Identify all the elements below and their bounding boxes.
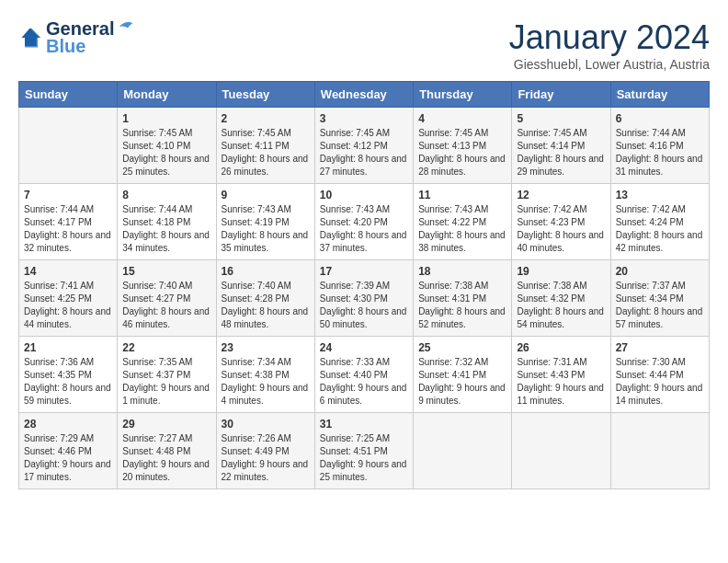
calendar-cell: 24Sunrise: 7:33 AMSunset: 4:40 PMDayligh…: [314, 337, 413, 413]
day-info: Sunrise: 7:40 AMSunset: 4:28 PMDaylight:…: [222, 280, 310, 331]
day-info: Sunrise: 7:43 AMSunset: 4:20 PMDaylight:…: [320, 203, 408, 255]
title-block: January 2024 Giesshuebl, Lower Austria, …: [509, 18, 710, 72]
day-info: Sunrise: 7:35 AMSunset: 4:37 PMDaylight:…: [122, 356, 210, 408]
day-number: 21: [24, 341, 112, 354]
calendar-cell: 15Sunrise: 7:40 AMSunset: 4:27 PMDayligh…: [118, 260, 216, 337]
calendar-cell: 9Sunrise: 7:43 AMSunset: 4:19 PMDaylight…: [216, 184, 314, 260]
logo-bird-icon: [116, 18, 136, 35]
day-info: Sunrise: 7:40 AMSunset: 4:27 PMDaylight:…: [122, 280, 210, 331]
day-number: 12: [517, 189, 605, 201]
day-number: 25: [418, 341, 506, 354]
day-info: Sunrise: 7:44 AMSunset: 4:18 PMDaylight:…: [122, 203, 210, 255]
day-info: Sunrise: 7:34 AMSunset: 4:38 PMDaylight:…: [222, 356, 310, 408]
calendar-cell: 23Sunrise: 7:34 AMSunset: 4:38 PMDayligh…: [216, 337, 314, 413]
day-number: 13: [616, 189, 704, 201]
calendar-cell: 28Sunrise: 7:29 AMSunset: 4:46 PMDayligh…: [19, 413, 118, 489]
day-number: 15: [122, 265, 210, 278]
calendar-cell: 7Sunrise: 7:44 AMSunset: 4:17 PMDaylight…: [19, 184, 118, 260]
day-number: 24: [320, 341, 408, 354]
calendar-table: SundayMondayTuesdayWednesdayThursdayFrid…: [18, 81, 710, 489]
calendar-cell: 14Sunrise: 7:41 AMSunset: 4:25 PMDayligh…: [19, 260, 118, 337]
day-number: 3: [320, 112, 408, 125]
day-number: 8: [122, 189, 210, 201]
logo: General Blue: [18, 18, 136, 57]
day-number: 5: [517, 112, 605, 125]
calendar-cell: 5Sunrise: 7:45 AMSunset: 4:14 PMDaylight…: [512, 108, 610, 184]
calendar-week-row: 21Sunrise: 7:36 AMSunset: 4:35 PMDayligh…: [19, 337, 710, 413]
day-number: 7: [24, 189, 112, 201]
calendar-week-row: 1Sunrise: 7:45 AMSunset: 4:10 PMDaylight…: [19, 108, 710, 184]
calendar-cell: 19Sunrise: 7:38 AMSunset: 4:32 PMDayligh…: [512, 260, 610, 337]
day-info: Sunrise: 7:27 AMSunset: 4:48 PMDaylight:…: [122, 432, 210, 484]
calendar-cell: 3Sunrise: 7:45 AMSunset: 4:12 PMDaylight…: [314, 108, 413, 184]
day-info: Sunrise: 7:26 AMSunset: 4:49 PMDaylight:…: [222, 432, 310, 484]
weekday-header-sunday: Sunday: [19, 82, 118, 108]
day-info: Sunrise: 7:33 AMSunset: 4:40 PMDaylight:…: [320, 356, 408, 408]
day-number: 11: [418, 189, 506, 201]
day-info: Sunrise: 7:36 AMSunset: 4:35 PMDaylight:…: [24, 356, 112, 408]
calendar-cell: 20Sunrise: 7:37 AMSunset: 4:34 PMDayligh…: [610, 260, 709, 337]
day-info: Sunrise: 7:45 AMSunset: 4:13 PMDaylight:…: [418, 127, 506, 178]
day-info: Sunrise: 7:38 AMSunset: 4:31 PMDaylight:…: [418, 280, 506, 331]
calendar-week-row: 14Sunrise: 7:41 AMSunset: 4:25 PMDayligh…: [19, 260, 710, 337]
day-number: 6: [616, 112, 704, 125]
day-info: Sunrise: 7:37 AMSunset: 4:34 PMDaylight:…: [616, 280, 704, 331]
day-number: 31: [320, 418, 408, 431]
day-number: 17: [320, 265, 408, 278]
day-number: 16: [222, 265, 310, 278]
calendar-cell: 6Sunrise: 7:44 AMSunset: 4:16 PMDaylight…: [610, 108, 709, 184]
day-info: Sunrise: 7:43 AMSunset: 4:22 PMDaylight:…: [418, 203, 506, 255]
day-number: 28: [24, 418, 112, 431]
calendar-cell: 26Sunrise: 7:31 AMSunset: 4:43 PMDayligh…: [512, 337, 610, 413]
day-number: 27: [616, 341, 704, 354]
calendar-week-row: 7Sunrise: 7:44 AMSunset: 4:17 PMDaylight…: [19, 184, 710, 260]
day-info: Sunrise: 7:42 AMSunset: 4:23 PMDaylight:…: [517, 203, 605, 255]
day-info: Sunrise: 7:39 AMSunset: 4:30 PMDaylight:…: [320, 280, 408, 331]
day-number: 14: [24, 265, 112, 278]
day-info: Sunrise: 7:45 AMSunset: 4:11 PMDaylight:…: [222, 127, 310, 178]
day-info: Sunrise: 7:45 AMSunset: 4:10 PMDaylight:…: [122, 127, 210, 178]
calendar-cell: [610, 413, 709, 489]
day-info: Sunrise: 7:42 AMSunset: 4:24 PMDaylight:…: [616, 203, 704, 255]
day-info: Sunrise: 7:31 AMSunset: 4:43 PMDaylight:…: [517, 356, 605, 408]
day-info: Sunrise: 7:45 AMSunset: 4:12 PMDaylight:…: [320, 127, 408, 178]
calendar-cell: 12Sunrise: 7:42 AMSunset: 4:23 PMDayligh…: [512, 184, 610, 260]
day-info: Sunrise: 7:38 AMSunset: 4:32 PMDaylight:…: [517, 280, 605, 331]
day-info: Sunrise: 7:41 AMSunset: 4:25 PMDaylight:…: [24, 280, 112, 331]
day-info: Sunrise: 7:32 AMSunset: 4:41 PMDaylight:…: [418, 356, 506, 408]
calendar-cell: [414, 413, 512, 489]
day-info: Sunrise: 7:45 AMSunset: 4:14 PMDaylight:…: [517, 127, 605, 178]
month-title: January 2024: [509, 18, 710, 57]
calendar-cell: [512, 413, 610, 489]
day-number: 19: [517, 265, 605, 278]
day-number: 4: [418, 112, 506, 125]
weekday-header-thursday: Thursday: [414, 82, 512, 108]
calendar-cell: 21Sunrise: 7:36 AMSunset: 4:35 PMDayligh…: [19, 337, 118, 413]
day-info: Sunrise: 7:30 AMSunset: 4:44 PMDaylight:…: [616, 356, 704, 408]
day-number: 9: [222, 189, 310, 201]
calendar-cell: 30Sunrise: 7:26 AMSunset: 4:49 PMDayligh…: [216, 413, 314, 489]
calendar-cell: 10Sunrise: 7:43 AMSunset: 4:20 PMDayligh…: [314, 184, 413, 260]
day-number: 29: [122, 418, 210, 431]
weekday-header-saturday: Saturday: [610, 82, 709, 108]
calendar-cell: 17Sunrise: 7:39 AMSunset: 4:30 PMDayligh…: [314, 260, 413, 337]
calendar-cell: 4Sunrise: 7:45 AMSunset: 4:13 PMDaylight…: [414, 108, 512, 184]
day-number: 20: [616, 265, 704, 278]
day-info: Sunrise: 7:44 AMSunset: 4:16 PMDaylight:…: [616, 127, 704, 178]
calendar-week-row: 28Sunrise: 7:29 AMSunset: 4:46 PMDayligh…: [19, 413, 710, 489]
day-number: 22: [122, 341, 210, 354]
calendar-cell: 29Sunrise: 7:27 AMSunset: 4:48 PMDayligh…: [118, 413, 216, 489]
day-number: 10: [320, 189, 408, 201]
calendar-cell: 18Sunrise: 7:38 AMSunset: 4:31 PMDayligh…: [414, 260, 512, 337]
calendar-cell: 1Sunrise: 7:45 AMSunset: 4:10 PMDaylight…: [118, 108, 216, 184]
weekday-header-row: SundayMondayTuesdayWednesdayThursdayFrid…: [19, 82, 710, 108]
day-info: Sunrise: 7:29 AMSunset: 4:46 PMDaylight:…: [24, 432, 112, 484]
day-info: Sunrise: 7:44 AMSunset: 4:17 PMDaylight:…: [24, 203, 112, 255]
day-number: 30: [222, 418, 310, 431]
day-info: Sunrise: 7:43 AMSunset: 4:19 PMDaylight:…: [222, 203, 310, 255]
calendar-cell: 25Sunrise: 7:32 AMSunset: 4:41 PMDayligh…: [414, 337, 512, 413]
day-number: 26: [517, 341, 605, 354]
day-number: 1: [122, 112, 210, 125]
calendar-cell: 11Sunrise: 7:43 AMSunset: 4:22 PMDayligh…: [414, 184, 512, 260]
calendar-cell: 13Sunrise: 7:42 AMSunset: 4:24 PMDayligh…: [610, 184, 709, 260]
